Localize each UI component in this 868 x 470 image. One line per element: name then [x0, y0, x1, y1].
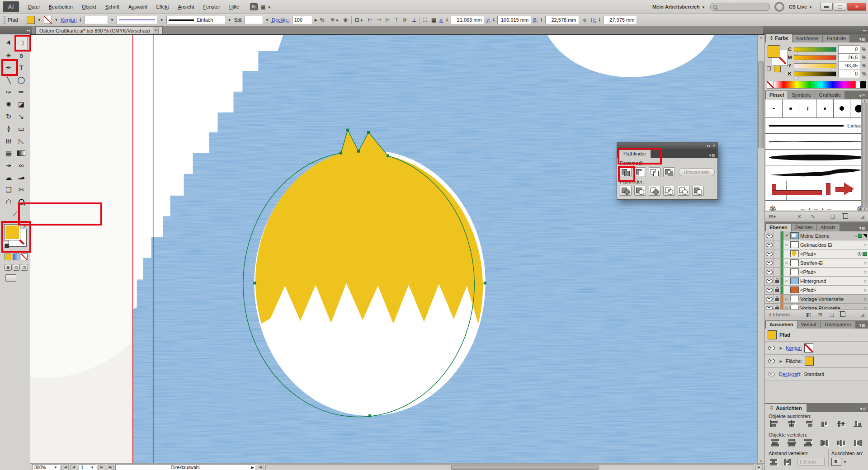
- visibility-eye-toggle[interactable]: [765, 268, 774, 276]
- align-panel-menu-icon[interactable]: ▾≣: [859, 406, 868, 412]
- gradient-tool[interactable]: [15, 147, 28, 159]
- layer-row-7[interactable]: <Pfad>○: [765, 286, 868, 295]
- stroke-none-swatch[interactable]: [804, 343, 813, 352]
- x-label[interactable]: x:: [439, 17, 443, 23]
- fill-yellow-swatch[interactable]: [805, 357, 814, 366]
- opacity-link[interactable]: Deckkraft:: [779, 371, 802, 377]
- selection-tool[interactable]: ➤: [2, 36, 15, 48]
- menu-item-objekt[interactable]: Objekt: [77, 2, 101, 11]
- y-field[interactable]: 106,915 mm: [497, 16, 531, 24]
- draw-behind-button[interactable]: ◱: [13, 264, 20, 271]
- perspective-grid-tool[interactable]: ◺: [15, 135, 28, 147]
- appearance-fill-row[interactable]: ▶ Fläche:: [765, 355, 868, 368]
- column-graph-tool[interactable]: ▂▄▆: [15, 171, 28, 183]
- swap-fill-stroke-icon[interactable]: ⇄: [24, 223, 27, 228]
- stroke-color-swatch[interactable]: [44, 16, 52, 24]
- close-button[interactable]: ✕: [847, 3, 866, 11]
- tab-pinsel[interactable]: Pinsel: [766, 91, 788, 99]
- fill-color-box[interactable]: [5, 225, 20, 240]
- lock-toggle[interactable]: [774, 304, 781, 309]
- unite-button[interactable]: [620, 167, 632, 177]
- calligraphic-brush-1[interactable]: [765, 99, 783, 118]
- layer-thumbnail[interactable]: [790, 287, 799, 293]
- layer-row-1[interactable]: ▼Meine Ebene○: [765, 231, 868, 240]
- layers-panel-menu-icon[interactable]: ▾≣: [858, 226, 867, 231]
- brush-tapered[interactable]: [765, 150, 868, 165]
- canvas-artwork[interactable]: [30, 35, 758, 464]
- outline-button[interactable]: [678, 186, 689, 196]
- restore-button[interactable]: [834, 3, 846, 11]
- tab-ebenen[interactable]: Ebenen: [766, 224, 791, 231]
- tab-aussehen[interactable]: Aussehen: [766, 321, 797, 329]
- align-horizontal-right-button[interactable]: [803, 420, 814, 428]
- layer-thumbnail[interactable]: [790, 241, 799, 248]
- distribute-horizontal-right-button[interactable]: [853, 439, 863, 446]
- default-fill-stroke-icon[interactable]: [3, 242, 8, 247]
- collapse-icon[interactable]: ▼: [785, 234, 789, 238]
- align-horizontal-center-button[interactable]: [786, 420, 797, 428]
- appearance-opacity-row[interactable]: Deckkraft: Standard: [765, 368, 868, 381]
- tab-transparenz[interactable]: Transparenz: [821, 321, 855, 329]
- lasso-tool[interactable]: ʚ: [15, 49, 28, 61]
- expand-icon[interactable]: ▷: [785, 243, 789, 247]
- stroke-dropdown-icon[interactable]: ▼: [54, 18, 59, 22]
- slider-marker-icon[interactable]: [794, 74, 797, 79]
- distribute-horizontal-left-button[interactable]: [819, 439, 830, 446]
- target-circle-icon[interactable]: ○: [863, 242, 867, 248]
- visibility-eye-icon[interactable]: [768, 346, 775, 350]
- scale-tool[interactable]: ↘: [15, 110, 28, 122]
- layer-name[interactable]: <Pfad>: [800, 269, 816, 275]
- free-transform-tool[interactable]: ▭: [15, 122, 28, 135]
- align-vertical-bottom-button[interactable]: [853, 420, 863, 428]
- artboard-number-field[interactable]: 1▼: [79, 464, 97, 470]
- menu-item-schrift[interactable]: Schrift: [101, 2, 124, 11]
- pathfinder-titlebar[interactable]: ◂◂ ✕: [617, 143, 717, 149]
- zoom-tool[interactable]: [15, 196, 28, 208]
- brush-charcoal[interactable]: [765, 134, 868, 150]
- in-gamut-swatch[interactable]: [774, 66, 781, 72]
- appearance-stroke-row[interactable]: ▶ Kontur:: [765, 342, 868, 355]
- calligraphic-brush-4[interactable]: [816, 99, 834, 118]
- mesh-tool[interactable]: ▦: [2, 147, 15, 159]
- target-circle-icon[interactable]: ○: [863, 269, 867, 275]
- target-circle-icon[interactable]: ◎: [857, 251, 862, 257]
- visibility-eye-toggle[interactable]: [765, 295, 774, 303]
- x-spinner[interactable]: ▲▼: [446, 18, 448, 22]
- align-vertical-top-button[interactable]: [819, 420, 830, 428]
- stroke-weight-spinner[interactable]: ▲▼: [79, 18, 82, 22]
- gradient-mode-button[interactable]: [13, 254, 19, 260]
- document-tab[interactable]: Ostern Grußkarte.ai* bei 800 % (CMYK/Vor…: [35, 26, 163, 34]
- type-tool[interactable]: T: [15, 61, 28, 74]
- tab-verlauf[interactable]: Verlauf: [797, 321, 820, 329]
- layer-thumbnail[interactable]: [790, 305, 799, 309]
- search-input[interactable]: [710, 3, 770, 11]
- exclude-button[interactable]: [663, 167, 675, 177]
- distribute-vertical-center-button[interactable]: [786, 439, 797, 446]
- stroke-weight-field[interactable]: [84, 16, 108, 24]
- pathfinder-tab[interactable]: Pathfinder: [619, 150, 651, 158]
- visibility-eye-toggle[interactable]: [765, 277, 774, 285]
- channel-value-field[interactable]: 93,45: [838, 61, 860, 70]
- direct-selection-tool[interactable]: ➤: [15, 36, 28, 49]
- pencil-tool[interactable]: ✏: [15, 86, 28, 98]
- pathfinder-collapse-icon[interactable]: ◂◂: [706, 144, 710, 148]
- shape-builder-tool[interactable]: ⊞: [2, 135, 15, 147]
- align-right-icon[interactable]: ⊩: [385, 17, 391, 23]
- new-layer-icon[interactable]: ❏: [828, 312, 835, 318]
- expand-button[interactable]: Umwandeln: [679, 168, 715, 176]
- spectrum-ramp[interactable]: [774, 81, 855, 88]
- merge-button[interactable]: [649, 186, 660, 196]
- scroll-right-icon[interactable]: ▶: [755, 464, 763, 470]
- expand-icon[interactable]: ▷: [785, 261, 789, 265]
- document-tab-close-icon[interactable]: ✕: [153, 28, 159, 33]
- divide-button[interactable]: [620, 186, 632, 196]
- align-vertical-center-button[interactable]: [836, 420, 847, 428]
- fill-color-swatch[interactable]: [27, 16, 35, 24]
- width-tool[interactable]: ≬: [2, 122, 15, 135]
- visibility-eye-toggle[interactable]: [765, 249, 774, 258]
- layer-thumbnail[interactable]: [790, 250, 799, 257]
- collapse-toolbar-button[interactable]: ◂◂: [0, 26, 32, 34]
- x-field[interactable]: 21,063 mm: [451, 16, 484, 24]
- align-to-selection-button[interactable]: [831, 458, 841, 466]
- delete-layer-icon[interactable]: [840, 312, 845, 317]
